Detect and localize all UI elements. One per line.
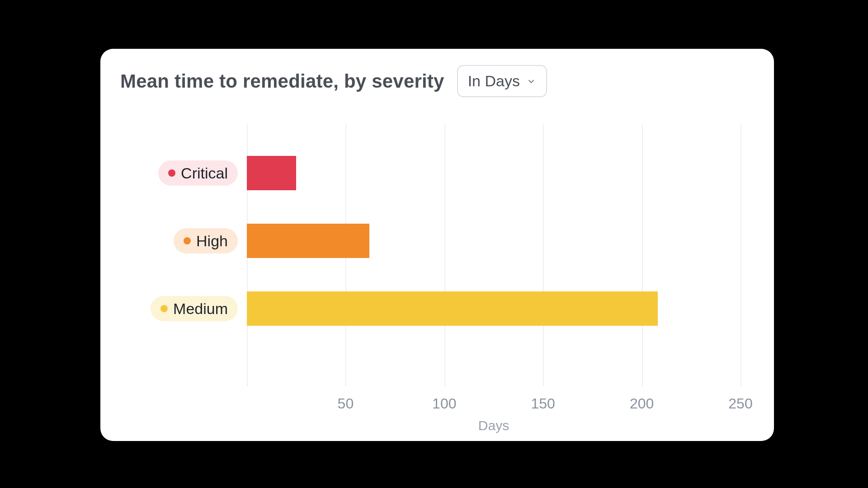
- chart-title: Mean time to remediate, by severity: [120, 70, 444, 92]
- chart-card: Mean time to remediate, by severity In D…: [100, 49, 774, 441]
- x-tick: 100: [432, 395, 456, 412]
- severity-pill-high: High: [174, 228, 238, 253]
- category-label-slot: High: [120, 224, 238, 258]
- chevron-down-icon: [526, 72, 536, 90]
- bar-row: [247, 156, 741, 190]
- severity-pill-critical: Critical: [158, 160, 238, 186]
- bar-row: [247, 291, 741, 326]
- card-header: Mean time to remediate, by severity In D…: [120, 65, 754, 97]
- severity-label: Medium: [173, 300, 228, 318]
- chart-area: 50100150200250 Days CriticalHighMedium: [120, 124, 754, 413]
- bar-row: [247, 224, 741, 258]
- severity-dot-icon: [160, 305, 168, 312]
- unit-select[interactable]: In Days: [457, 65, 547, 97]
- severity-dot-icon: [168, 169, 175, 177]
- unit-select-label: In Days: [468, 72, 520, 90]
- x-axis-label: Days: [247, 418, 741, 433]
- category-label-slot: Medium: [120, 291, 238, 326]
- stage: Mean time to remediate, by severity In D…: [0, 0, 868, 488]
- x-tick: 250: [728, 395, 752, 412]
- severity-pill-medium: Medium: [151, 296, 238, 321]
- bar-high: [247, 224, 369, 258]
- x-tick: 150: [531, 395, 555, 412]
- x-axis: 50100150200250: [247, 395, 741, 413]
- gridline: [741, 124, 741, 386]
- x-tick: 50: [338, 395, 354, 412]
- bar-critical: [247, 156, 296, 190]
- category-label-slot: Critical: [120, 156, 238, 190]
- severity-label: Critical: [181, 164, 228, 182]
- x-tick: 200: [630, 395, 654, 412]
- severity-label: High: [196, 232, 228, 250]
- bar-medium: [247, 291, 658, 326]
- plot-region: [247, 124, 741, 386]
- severity-dot-icon: [184, 237, 191, 244]
